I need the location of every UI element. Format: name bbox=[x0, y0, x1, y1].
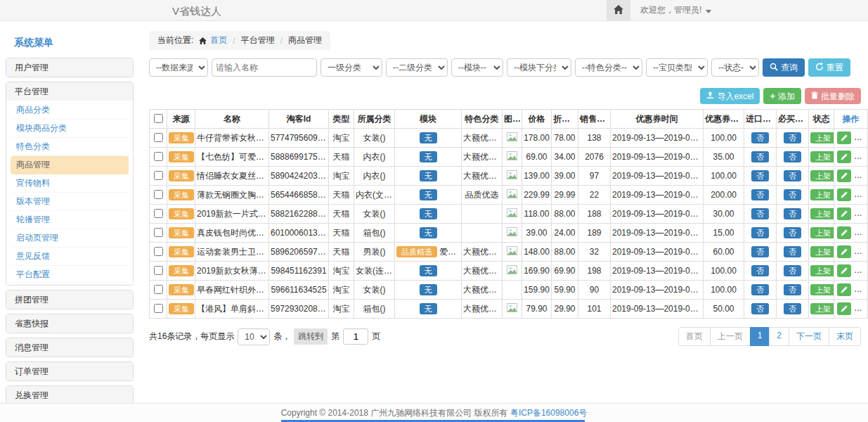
edit-button[interactable] bbox=[837, 188, 851, 201]
edit-button[interactable] bbox=[837, 132, 851, 144]
must-buy-toggle[interactable]: 否 bbox=[784, 284, 801, 295]
filter-select-3[interactable]: --模块-- bbox=[451, 58, 503, 77]
sidebar-group-14[interactable]: 消息管理 bbox=[6, 338, 133, 357]
sidebar-group-12[interactable]: 拼团管理 bbox=[6, 290, 133, 309]
search-button[interactable]: 查询 bbox=[763, 58, 805, 77]
must-buy-toggle[interactable]: 否 bbox=[784, 189, 801, 200]
imported-toggle[interactable]: 否 bbox=[751, 227, 769, 238]
sidebar-item-2[interactable]: 商品分类 bbox=[11, 101, 129, 120]
row-checkbox[interactable] bbox=[154, 171, 163, 180]
filter-select-5[interactable]: --特色分类-- bbox=[575, 58, 642, 77]
select-all-checkbox[interactable] bbox=[154, 114, 163, 123]
sidebar-item-4[interactable]: 特色分类 bbox=[11, 138, 129, 156]
batch-delete-button[interactable]: 批量删除 bbox=[805, 88, 861, 104]
module-badge[interactable]: 无 bbox=[420, 189, 437, 200]
add-button[interactable]: 添加 bbox=[763, 88, 801, 104]
row-checkbox[interactable] bbox=[154, 266, 163, 275]
filter-select-1[interactable]: 一级分类 bbox=[320, 58, 382, 77]
reset-button[interactable]: 重置 bbox=[808, 58, 850, 77]
module-badge[interactable]: 无 bbox=[420, 208, 437, 219]
sidebar-group-15[interactable]: 订单管理 bbox=[6, 362, 133, 381]
edit-button[interactable] bbox=[837, 264, 851, 277]
pager-item-0[interactable]: 首页 bbox=[678, 327, 711, 346]
row-checkbox[interactable] bbox=[154, 133, 163, 142]
edit-button[interactable] bbox=[837, 207, 851, 220]
breadcrumb-home-link[interactable]: 首页 bbox=[210, 34, 227, 46]
sidebar-group-13[interactable]: 省惠快报 bbox=[6, 314, 133, 333]
icp-link[interactable]: 粤ICP备16098006号 bbox=[510, 407, 587, 419]
sidebar-item-8[interactable]: 轮播管理 bbox=[11, 211, 129, 229]
imported-toggle[interactable]: 否 bbox=[751, 284, 769, 295]
sidebar-item-9[interactable]: 启动页管理 bbox=[11, 229, 129, 248]
must-buy-toggle[interactable]: 否 bbox=[784, 246, 801, 257]
imported-toggle[interactable]: 否 bbox=[751, 170, 769, 181]
row-checkbox[interactable] bbox=[154, 304, 163, 313]
filter-select-0[interactable]: --数据来源-- bbox=[149, 58, 208, 77]
module-badge[interactable]: 无 bbox=[420, 151, 437, 162]
row-checkbox[interactable] bbox=[154, 209, 163, 218]
imported-toggle[interactable]: 否 bbox=[751, 189, 769, 200]
must-buy-toggle[interactable]: 否 bbox=[784, 151, 801, 162]
filter-select-2[interactable]: --二级分类-- bbox=[386, 58, 448, 77]
filter-select-6[interactable]: --宝贝类型-- bbox=[646, 58, 708, 77]
must-buy-toggle[interactable]: 否 bbox=[784, 208, 801, 219]
row-checkbox[interactable] bbox=[154, 285, 163, 294]
per-page-select[interactable]: 10 bbox=[238, 328, 270, 345]
status-badge[interactable]: 上架 bbox=[810, 227, 834, 238]
imported-toggle[interactable]: 否 bbox=[751, 246, 769, 257]
must-buy-toggle[interactable]: 否 bbox=[784, 265, 801, 276]
pager-item-1[interactable]: 上一页 bbox=[710, 327, 751, 346]
edit-button[interactable] bbox=[837, 170, 851, 182]
edit-button[interactable] bbox=[837, 302, 851, 315]
must-buy-toggle[interactable]: 否 bbox=[784, 132, 801, 143]
module-badge[interactable]: 无 bbox=[420, 227, 437, 238]
status-badge[interactable]: 上架 bbox=[810, 189, 834, 200]
status-badge[interactable]: 上架 bbox=[810, 132, 834, 143]
sidebar-group-1[interactable]: 平台管理 bbox=[6, 82, 133, 101]
row-checkbox[interactable] bbox=[154, 228, 163, 237]
sidebar-item-5[interactable]: 商品管理 bbox=[11, 156, 129, 174]
status-badge[interactable]: 上架 bbox=[810, 303, 834, 314]
module-badge[interactable]: 无 bbox=[420, 170, 437, 181]
sidebar-item-6[interactable]: 宣传物料 bbox=[11, 174, 129, 193]
pager-item-4[interactable]: 下一页 bbox=[789, 327, 829, 346]
pager-item-2[interactable]: 1 bbox=[750, 327, 770, 346]
sidebar-item-10[interactable]: 意见反馈 bbox=[11, 248, 129, 266]
row-checkbox[interactable] bbox=[154, 190, 163, 199]
status-badge[interactable]: 上架 bbox=[810, 170, 834, 181]
edit-button[interactable] bbox=[837, 151, 851, 163]
pager-item-3[interactable]: 2 bbox=[769, 327, 789, 346]
user-menu[interactable]: 欢迎您，管理员! bbox=[640, 4, 711, 16]
row-checkbox[interactable] bbox=[154, 247, 163, 256]
sidebar-group-16[interactable]: 兑换管理 bbox=[6, 386, 133, 404]
must-buy-toggle[interactable]: 否 bbox=[784, 227, 801, 238]
imported-toggle[interactable]: 否 bbox=[751, 303, 769, 314]
module-badge[interactable]: 无 bbox=[420, 132, 437, 143]
name-search-input[interactable] bbox=[212, 58, 317, 77]
filter-select-7[interactable]: --状态-- bbox=[711, 58, 759, 77]
imported-toggle[interactable]: 否 bbox=[751, 132, 769, 143]
sidebar-group-0[interactable]: 用户管理 bbox=[6, 58, 133, 77]
home-button[interactable] bbox=[607, 0, 630, 20]
edit-button[interactable] bbox=[837, 245, 851, 258]
row-checkbox[interactable] bbox=[154, 152, 163, 161]
imported-toggle[interactable]: 否 bbox=[751, 208, 769, 219]
imported-toggle[interactable]: 否 bbox=[751, 265, 769, 276]
module-badge[interactable]: 品质精选 bbox=[396, 246, 437, 257]
module-badge[interactable]: 无 bbox=[420, 303, 437, 314]
sidebar-item-11[interactable]: 平台配置 bbox=[11, 266, 129, 284]
edit-button[interactable] bbox=[837, 226, 851, 239]
status-badge[interactable]: 上架 bbox=[810, 246, 834, 257]
page-number-input[interactable] bbox=[343, 328, 368, 345]
status-badge[interactable]: 上架 bbox=[810, 151, 834, 162]
status-badge[interactable]: 上架 bbox=[810, 208, 834, 219]
import-excel-button[interactable]: 导入excel bbox=[700, 88, 760, 104]
sidebar-item-3[interactable]: 模块商品分类 bbox=[11, 120, 129, 138]
sidebar-item-7[interactable]: 版本管理 bbox=[11, 193, 129, 211]
filter-select-4[interactable]: --模块下分类-- bbox=[507, 58, 571, 77]
imported-toggle[interactable]: 否 bbox=[751, 151, 769, 162]
pager-item-5[interactable]: 末页 bbox=[829, 327, 861, 346]
must-buy-toggle[interactable]: 否 bbox=[784, 303, 801, 314]
status-badge[interactable]: 上架 bbox=[810, 265, 834, 276]
status-badge[interactable]: 上架 bbox=[810, 284, 834, 295]
